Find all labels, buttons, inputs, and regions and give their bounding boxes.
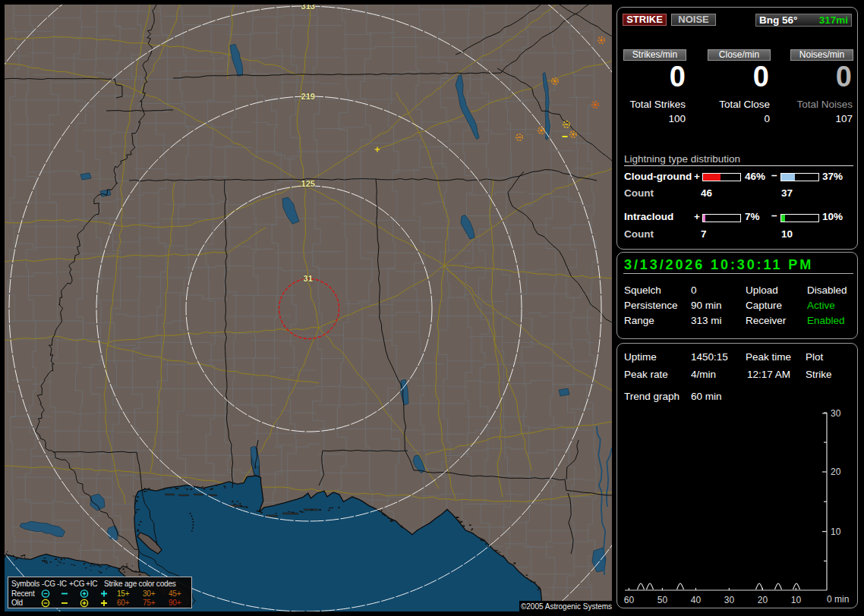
svg-text:30: 30 [724,595,735,605]
svg-text:30: 30 [831,408,841,419]
svg-text:219: 219 [301,92,315,101]
svg-text:31: 31 [304,274,313,283]
svg-text:40: 40 [691,595,702,605]
svg-text:20: 20 [758,595,768,605]
svg-text:20: 20 [831,467,841,477]
svg-text:313: 313 [301,5,315,11]
svg-text:125: 125 [301,179,315,188]
svg-text:60: 60 [624,595,635,605]
svg-text:10: 10 [791,595,802,605]
svg-text:50: 50 [657,595,668,605]
svg-text:10: 10 [831,526,841,537]
svg-text:0 min: 0 min [827,594,849,605]
